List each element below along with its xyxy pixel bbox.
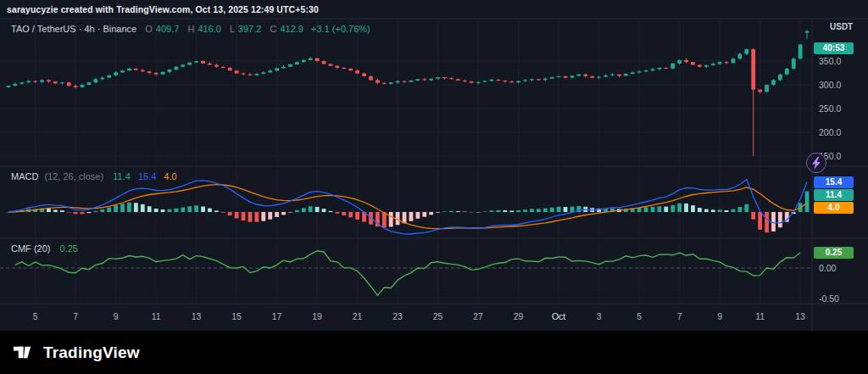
cmf-title: CMF (20) [11, 243, 50, 254]
macd-title: MACD [11, 171, 38, 181]
cmf-value-badge: 0.25 [814, 247, 854, 259]
svg-text:350.0: 350.0 [819, 56, 841, 66]
svg-text:17: 17 [272, 311, 282, 321]
macd-params: (12, 26, close) [44, 171, 103, 181]
symbol-title: TAO / TetherUS · 4h · Binance [11, 24, 136, 34]
tradingview-snapshot: sarayucyzie created with TradingView.com… [0, 0, 868, 374]
svg-text:-0.50: -0.50 [819, 293, 839, 304]
svg-text:5: 5 [33, 311, 38, 321]
svg-text:23: 23 [392, 311, 403, 321]
price-pane-legend[interactable]: TAO / TetherUS · 4h · Binance O 409.7 H … [11, 24, 370, 34]
footer-bar: TradingView [0, 331, 868, 374]
svg-text:9: 9 [114, 311, 119, 321]
chart-canvas[interactable]: 57911131517192123252729Oct35791113350.03… [0, 0, 868, 374]
svg-text:25: 25 [433, 311, 443, 321]
macd-histogram-badge: 11.4 [814, 189, 854, 201]
svg-text:21: 21 [353, 311, 363, 321]
close-value: 412.9 [280, 24, 303, 34]
svg-text:9: 9 [717, 311, 722, 321]
high-value: 416.0 [198, 24, 221, 34]
svg-text:13: 13 [192, 311, 202, 321]
svg-text:11: 11 [152, 311, 161, 321]
svg-text:300.0: 300.0 [819, 80, 841, 90]
svg-text:7: 7 [73, 311, 78, 321]
bar-countdown-badge: 40:53 [814, 42, 854, 54]
high-label: H [187, 24, 194, 34]
macd-signal-value: 4.0 [164, 171, 176, 181]
brand-wordmark[interactable]: TradingView [43, 343, 140, 362]
svg-text:7: 7 [677, 311, 682, 321]
cmf-legend[interactable]: CMF (20) 0.25 [11, 243, 78, 254]
svg-text:27: 27 [473, 311, 483, 321]
change-value: +3.1 (+0.76%) [311, 24, 370, 34]
quote-currency-label: USDT [830, 22, 853, 31]
low-value: 397.2 [238, 24, 262, 34]
svg-text:0.00: 0.00 [819, 263, 837, 273]
macd-legend[interactable]: MACD (12, 26, close) 11.4 15.4 4.0 [11, 171, 177, 181]
attribution-text: sarayucyzie created with TradingView.com… [7, 0, 319, 19]
macd-line-badge: 15.4 [814, 176, 854, 188]
tradingview-logo-icon[interactable] [12, 341, 35, 364]
svg-text:13: 13 [795, 311, 805, 321]
macd-signal-badge: 4.0 [814, 202, 854, 214]
open-value: 409.7 [156, 24, 180, 34]
macd-histogram-value: 11.4 [113, 171, 131, 181]
svg-text:200.0: 200.0 [819, 127, 841, 137]
cmf-current-value: 0.25 [60, 243, 78, 254]
lightning-icon [811, 157, 822, 170]
svg-text:11: 11 [755, 311, 765, 321]
svg-text:29: 29 [514, 311, 524, 321]
low-label: L [230, 24, 235, 34]
svg-text:5: 5 [637, 311, 642, 321]
lightning-button[interactable] [806, 153, 826, 173]
macd-line-value: 15.4 [138, 171, 156, 181]
close-label: C [270, 24, 276, 34]
svg-text:Oct: Oct [552, 311, 565, 321]
svg-text:250.0: 250.0 [819, 103, 841, 114]
svg-text:3: 3 [597, 311, 602, 321]
svg-text:19: 19 [312, 311, 322, 321]
svg-text:15: 15 [231, 311, 242, 321]
open-label: O [145, 24, 153, 34]
